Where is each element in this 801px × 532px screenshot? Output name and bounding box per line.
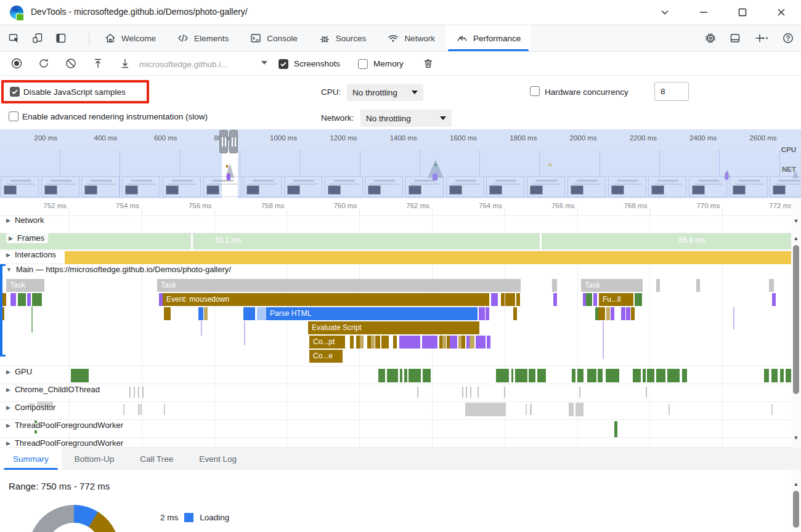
gpu-activity-bar[interactable]: [606, 369, 619, 382]
inspect-icon[interactable]: [5, 30, 23, 47]
scroll-down-icon[interactable]: ▼: [793, 435, 799, 441]
flame-event[interactable]: [450, 336, 457, 349]
cpu-throttle-select[interactable]: No throttling: [347, 84, 423, 101]
expand-arrow-icon[interactable]: ▶: [9, 235, 13, 241]
flame-event[interactable]: [198, 307, 203, 320]
flame-event[interactable]: [476, 336, 486, 349]
flame-event[interactable]: [772, 293, 776, 306]
scrollbar-thumb[interactable]: [793, 245, 799, 394]
track-label-threadpoolforegroundworker[interactable]: ▶ThreadPoolForegroundWorker: [6, 438, 123, 448]
flame-event[interactable]: [243, 307, 255, 320]
gpu-activity-bar[interactable]: [409, 369, 421, 382]
gpu-activity-bar[interactable]: [423, 369, 431, 382]
history-dropdown-arrow-icon[interactable]: [261, 61, 267, 65]
flame-event-evaluate-script[interactable]: Evaluate Script: [308, 321, 479, 334]
gpu-activity-bar[interactable]: [577, 369, 583, 382]
flame-event[interactable]: [32, 293, 42, 306]
dock-icon[interactable]: [726, 30, 744, 47]
hardware-concurrency-input[interactable]: 8: [654, 82, 689, 101]
details-tab-call-tree[interactable]: Call Tree: [127, 448, 186, 470]
screenshots-label[interactable]: Screenshots: [294, 59, 340, 68]
expand-arrow-icon[interactable]: ▶: [6, 369, 10, 375]
tab-sources[interactable]: Sources: [308, 25, 377, 51]
gpu-activity-bar[interactable]: [598, 369, 603, 382]
scrollbar-thumb[interactable]: [793, 491, 799, 528]
tab-welcome[interactable]: Welcome: [94, 25, 166, 51]
track-label-compositor[interactable]: ▶Compositor: [6, 403, 55, 412]
flame-event[interactable]: [501, 293, 505, 306]
flame-event[interactable]: [611, 307, 614, 320]
hardware-concurrency-label[interactable]: Hardware concurrency: [545, 87, 628, 97]
load-profile-icon[interactable]: [89, 54, 107, 73]
save-profile-icon[interactable]: [116, 54, 134, 73]
flame-event[interactable]: [371, 336, 375, 349]
track-label-chrome_childiothread[interactable]: ▶Chrome_ChildIOThread: [6, 385, 100, 394]
expand-arrow-icon[interactable]: ▶: [6, 252, 10, 258]
summary-scrollbar[interactable]: ▲: [791, 470, 801, 532]
flame-event-co-e[interactable]: Co...e: [309, 350, 343, 363]
flame-event-task[interactable]: Task: [157, 279, 521, 292]
flame-event[interactable]: [586, 293, 592, 306]
flame-event[interactable]: [635, 293, 642, 306]
gpu-activity-bar[interactable]: [537, 369, 546, 382]
gpu-activity-bar[interactable]: [643, 369, 646, 382]
interactions-track-bar[interactable]: [65, 251, 791, 264]
tab-elements[interactable]: Elements: [166, 25, 239, 51]
advanced-rendering-checkbox[interactable]: [9, 111, 18, 121]
gpu-activity-bar[interactable]: [764, 369, 769, 382]
minimize-button[interactable]: [693, 4, 714, 21]
flame-event[interactable]: [552, 279, 557, 292]
timeline-scrollbar[interactable]: ▼ ▲ ▼: [791, 198, 801, 448]
flame-event[interactable]: [164, 307, 171, 320]
flame-event[interactable]: [470, 336, 474, 349]
flame-event[interactable]: [442, 336, 446, 349]
tab-network[interactable]: Network: [376, 25, 445, 51]
flame-event[interactable]: [487, 336, 490, 349]
expand-arrow-icon[interactable]: ▶: [6, 217, 10, 224]
trash-icon[interactable]: [419, 54, 437, 73]
track-label-gpu[interactable]: ▶GPU: [6, 367, 32, 376]
flame-event[interactable]: [350, 336, 354, 349]
scroll-down-icon[interactable]: ▼: [793, 218, 799, 224]
flame-event[interactable]: [494, 293, 498, 306]
flame-event[interactable]: [696, 279, 700, 292]
tab-console[interactable]: Console: [239, 25, 308, 51]
flame-event[interactable]: [631, 307, 635, 320]
track-label-frames[interactable]: ▶Frames: [6, 233, 48, 243]
gpu-activity-bar[interactable]: [682, 369, 687, 382]
gpu-activity-bar[interactable]: [400, 369, 402, 382]
gpu-activity-bar[interactable]: [515, 369, 527, 382]
clear-icon[interactable]: [62, 54, 80, 73]
flame-event-parse-html[interactable]: Parse HTML: [266, 307, 478, 320]
flame-event[interactable]: [375, 336, 380, 349]
extension-chip-icon[interactable]: [701, 30, 720, 47]
close-button[interactable]: [771, 4, 792, 21]
gpu-activity-bar[interactable]: [587, 369, 596, 382]
gpu-activity-bar[interactable]: [529, 369, 535, 382]
flame-event[interactable]: [593, 293, 597, 306]
gpu-activity-bar[interactable]: [496, 369, 509, 382]
expand-arrow-icon[interactable]: ▶: [6, 387, 10, 393]
flame-event[interactable]: [27, 293, 31, 306]
reload-icon[interactable]: [35, 54, 53, 73]
gpu-activity-bar[interactable]: [378, 369, 385, 382]
selection-handle-left[interactable]: [219, 130, 228, 153]
flame-event-task[interactable]: Task: [6, 279, 44, 292]
gpu-activity-bar[interactable]: [667, 369, 680, 382]
flame-event-fu-ll[interactable]: Fu...ll: [599, 293, 633, 306]
expand-arrow-icon[interactable]: ▼: [6, 267, 12, 273]
help-icon[interactable]: [779, 30, 797, 47]
tab-performance[interactable]: Performance: [445, 25, 531, 51]
more-menu-icon[interactable]: [754, 30, 773, 47]
details-tab-event-log[interactable]: Event Log: [186, 448, 250, 470]
flame-event[interactable]: [656, 279, 660, 292]
flame-event-task[interactable]: Task: [581, 279, 643, 292]
flame-event[interactable]: [769, 279, 774, 292]
gpu-activity-bar[interactable]: [633, 369, 641, 382]
gpu-activity-bar[interactable]: [656, 369, 665, 382]
flame-event-co-pt[interactable]: Co...pt: [309, 336, 345, 349]
gpu-activity-bar[interactable]: [71, 369, 89, 382]
flame-event[interactable]: [486, 307, 489, 320]
flame-event[interactable]: [621, 307, 625, 320]
memory-label[interactable]: Memory: [373, 59, 404, 68]
